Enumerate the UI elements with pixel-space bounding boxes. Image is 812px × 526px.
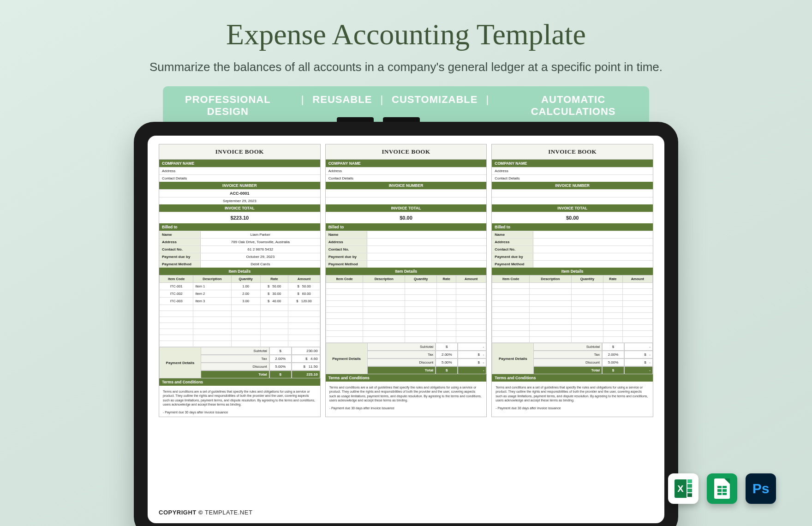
copyright: COPYRIGHT © TEMPLATE.NET <box>159 509 252 516</box>
items-table: Item CodeDescriptionQuantityRateAmount I… <box>159 275 320 347</box>
terms-body: Terms and conditions are a set of guidel… <box>159 386 320 411</box>
excel-icon: X <box>668 473 699 504</box>
billed-to-bar: Billed to <box>159 223 320 231</box>
billed-contact: 61 2 9876 5432 <box>201 246 320 253</box>
company-contact: Contact Details <box>326 174 487 182</box>
billed-contact <box>533 246 653 253</box>
items-table: Item CodeDescriptionQuantityRateAmount <box>326 275 487 343</box>
invoice-number-bar: INVOICE NUMBER <box>159 182 320 189</box>
invoice-total-value: $0.00 <box>492 212 653 223</box>
billed-to-bar: Billed to <box>326 223 487 231</box>
payment-details: Payment Details Subtotal$- Tax2.00%$ - D… <box>326 343 487 374</box>
payment-due <box>367 253 487 260</box>
payment-details: Payment Details Subtotal$230.00 Tax2.00%… <box>159 347 320 378</box>
page-subtitle: Summarize the balances of all accounts i… <box>0 60 812 74</box>
item-details-bar: Item Details <box>159 268 320 275</box>
payment-method <box>367 261 487 268</box>
payment-method <box>533 261 653 268</box>
invoice-title: INVOICE BOOK <box>159 144 320 160</box>
invoice-total-bar: INVOICE TOTAL <box>492 204 653 212</box>
billed-name: Liam Parker <box>201 231 320 238</box>
page-title: Expense Accounting Template <box>0 0 812 52</box>
items-table: Item CodeDescriptionQuantityRateAmount <box>492 275 653 343</box>
payment-due: October 29, 2023 <box>201 253 320 260</box>
billed-contact <box>367 246 487 253</box>
item-details-bar: Item Details <box>326 268 487 275</box>
invoice-title: INVOICE BOOK <box>326 144 487 160</box>
google-sheets-icon <box>707 473 737 504</box>
billed-to-bar: Billed to <box>492 223 653 231</box>
company-name-bar: COMPANY NAME <box>159 160 320 167</box>
billed-address: 789 Oak Drive, Townsville, Australia <box>201 239 320 245</box>
invoice-card: INVOICE BOOK COMPANY NAME Address Contac… <box>491 144 653 417</box>
payment-method: Debit Cards <box>201 261 320 268</box>
invoice-date <box>492 197 653 204</box>
terms-footer: - Payment due 30 days after invoice issu… <box>492 406 653 412</box>
company-name-bar: COMPANY NAME <box>326 160 487 167</box>
payment-details: Payment Details Subtotal$- Tax2.00%$ - D… <box>492 343 653 374</box>
feature-item: CUSTOMIZABLE <box>392 94 478 118</box>
app-icons: X Ps <box>668 473 776 504</box>
invoice-number-bar: INVOICE NUMBER <box>326 182 487 189</box>
billed-name <box>367 231 487 238</box>
terms-bar: Terms and Conditions <box>492 374 653 382</box>
tablet-button <box>383 117 420 122</box>
terms-bar: Terms and Conditions <box>326 374 487 382</box>
company-address: Address <box>159 167 320 174</box>
invoice-card: INVOICE BOOK COMPANY NAME Address Contac… <box>325 144 487 417</box>
invoice-total-bar: INVOICE TOTAL <box>159 204 320 212</box>
company-contact: Contact Details <box>492 174 653 182</box>
invoice-total-bar: INVOICE TOTAL <box>326 204 487 212</box>
company-address: Address <box>326 167 487 174</box>
feature-item: REUSABLE <box>312 94 372 118</box>
invoice-total-value: $0.00 <box>326 212 487 223</box>
tablet-button <box>337 117 374 122</box>
invoice-total-value: $223.10 <box>159 212 320 223</box>
invoice-number-bar: INVOICE NUMBER <box>492 182 653 189</box>
billed-address <box>367 239 487 245</box>
invoice-number-value <box>326 189 487 197</box>
feature-item: PROFESSIONAL DESIGN <box>163 94 293 118</box>
terms-footer: - Payment due 30 days after invoice issu… <box>159 411 320 417</box>
invoice-card: INVOICE BOOK COMPANY NAME Address Contac… <box>159 144 321 417</box>
feature-item: AUTOMATIC CALCULATIONS <box>497 94 649 118</box>
terms-body: Terms and conditions are a set of guidel… <box>326 382 487 406</box>
company-contact: Contact Details <box>159 174 320 182</box>
company-address: Address <box>492 167 653 174</box>
terms-body: Terms and conditions are a set of guidel… <box>492 382 653 406</box>
item-details-bar: Item Details <box>492 268 653 275</box>
invoice-number-value: ACC-0001 <box>159 189 320 197</box>
terms-footer: - Payment due 30 days after invoice issu… <box>326 406 487 412</box>
billed-address <box>533 239 653 245</box>
invoice-date <box>326 197 487 204</box>
billed-name <box>533 231 653 238</box>
invoice-number-value <box>492 189 653 197</box>
payment-due <box>533 253 653 260</box>
terms-bar: Terms and Conditions <box>159 378 320 386</box>
company-name-bar: COMPANY NAME <box>492 160 653 167</box>
tablet-mockup: INVOICE BOOK COMPANY NAME Address Contac… <box>134 122 678 526</box>
photoshop-icon: Ps <box>746 473 776 504</box>
invoice-title: INVOICE BOOK <box>492 144 653 160</box>
invoice-date: September 29, 2023 <box>159 197 320 204</box>
